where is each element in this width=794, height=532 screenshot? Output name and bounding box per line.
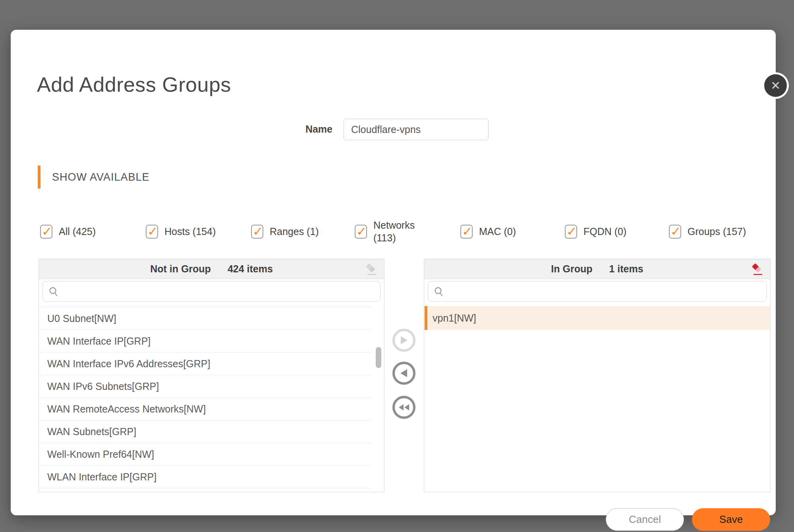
- list-item[interactable]: WAN Subnets[GRP]: [39, 420, 371, 443]
- checkbox-checked-icon[interactable]: ✓: [40, 225, 52, 239]
- list-item[interactable]: WAN Interface IP[GRP]: [39, 330, 371, 353]
- arrow-left-icon: [400, 369, 408, 378]
- dialog-title: Add Address Groups: [37, 73, 231, 96]
- checkbox-checked-icon[interactable]: ✓: [460, 225, 473, 239]
- double-arrow-left-icon: [398, 403, 410, 411]
- list-item[interactable]: WAN Interface IPv6 Addresses[GRP]: [39, 353, 371, 375]
- checkbox-checked-icon[interactable]: ✓: [565, 225, 577, 239]
- not-in-group-header: Not in Group 424 items: [39, 259, 384, 279]
- search-input[interactable]: [448, 281, 766, 301]
- search-icon: [48, 286, 59, 297]
- filter-checkbox-groups[interactable]: ✓ Groups (157): [669, 216, 746, 247]
- filter-label: MAC (0): [479, 225, 516, 238]
- list-item[interactable]: WAN RemoteAccess Networks[NW]: [39, 398, 371, 420]
- in-group-list: vpn1[NW]: [425, 306, 770, 330]
- remove-from-group-button[interactable]: [392, 362, 415, 385]
- checkbox-checked-icon[interactable]: ✓: [251, 225, 263, 239]
- list-item[interactable]: Well-Known Pref64[NW]: [39, 443, 371, 466]
- modal-overlay: ✕ Add Address Groups Name SHOW AVAILABLE…: [0, 0, 794, 532]
- list-item[interactable]: U0 Subnet[NW]: [39, 307, 371, 330]
- in-group-panel: In Group 1 items: [424, 259, 771, 492]
- list-item[interactable]: WLAN Interface IP[GRP]: [39, 466, 371, 488]
- move-to-group-button[interactable]: [392, 329, 415, 352]
- not-in-group-search: [43, 281, 381, 302]
- section-accent-bar: [38, 166, 41, 189]
- section-title: SHOW AVAILABLE: [52, 171, 150, 183]
- remove-all-from-group-button[interactable]: [392, 396, 415, 419]
- filter-checkbox-ranges[interactable]: ✓ Ranges (1): [251, 216, 319, 247]
- list-item[interactable]: WAN IPv6 Subnets[GRP]: [39, 375, 371, 398]
- close-button[interactable]: ✕: [764, 74, 787, 97]
- show-available-section: SHOW AVAILABLE: [38, 166, 150, 189]
- group-name-input[interactable]: [344, 119, 489, 140]
- not-in-group-list: U0 Subnet[NW] WAN Interface IP[GRP] WAN …: [39, 307, 371, 488]
- panel-title: Not in Group: [150, 263, 211, 275]
- filter-checkbox-fqdn[interactable]: ✓ FQDN (0): [565, 216, 626, 247]
- checkbox-checked-icon[interactable]: ✓: [669, 225, 681, 239]
- filter-label: FQDN (0): [583, 225, 626, 238]
- add-address-groups-dialog: ✕ Add Address Groups Name SHOW AVAILABLE…: [11, 30, 776, 515]
- item-count: 1 items: [609, 263, 643, 275]
- filter-checkbox-hosts[interactable]: ✓ Hosts (154): [146, 216, 216, 247]
- clear-selection-eraser-icon[interactable]: [364, 262, 378, 277]
- panel-title: In Group: [551, 263, 592, 275]
- name-label: Name: [265, 123, 332, 135]
- filter-label: Ranges (1): [270, 225, 319, 238]
- filter-label: All (425): [59, 225, 96, 238]
- item-count: 424 items: [228, 263, 273, 275]
- close-icon: ✕: [771, 80, 780, 92]
- list-scrollbar[interactable]: [376, 347, 381, 368]
- checkbox-checked-icon[interactable]: ✓: [146, 225, 158, 239]
- cancel-button[interactable]: Cancel: [606, 508, 684, 531]
- search-input[interactable]: [63, 281, 380, 301]
- filter-label: Groups (157): [688, 225, 746, 238]
- save-button[interactable]: Save: [692, 508, 770, 531]
- not-in-group-panel: Not in Group 424 items: [39, 259, 384, 492]
- selected-list-item[interactable]: vpn1[NW]: [425, 306, 770, 330]
- checkbox-checked-icon[interactable]: ✓: [355, 225, 367, 239]
- filter-checkbox-all[interactable]: ✓ All (425): [40, 216, 96, 247]
- filter-checkbox-mac[interactable]: ✓ MAC (0): [460, 216, 516, 247]
- filter-label: Networks (113): [373, 219, 421, 245]
- filter-label: Hosts (154): [164, 225, 216, 238]
- arrow-right-icon: [400, 336, 408, 345]
- search-icon: [434, 286, 444, 297]
- filter-checkbox-networks[interactable]: ✓ Networks (113): [355, 216, 421, 247]
- in-group-header: In Group 1 items: [424, 259, 770, 279]
- in-group-search: [428, 281, 767, 302]
- clear-group-eraser-icon[interactable]: [750, 262, 764, 277]
